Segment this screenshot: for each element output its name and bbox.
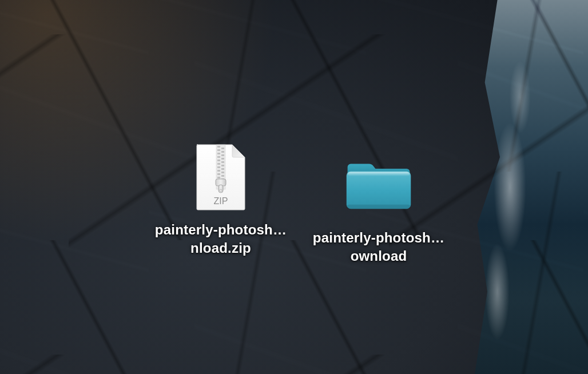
svg-rect-12	[221, 151, 224, 153]
svg-rect-10	[217, 177, 220, 178]
svg-rect-25	[348, 172, 410, 177]
svg-rect-8	[217, 170, 220, 172]
svg-rect-13	[221, 154, 224, 156]
svg-rect-2	[217, 149, 220, 151]
svg-rect-3	[217, 153, 220, 154]
svg-rect-24	[347, 172, 411, 209]
desktop-item-folder[interactable]: painterly-photosh…ownload	[304, 151, 453, 266]
zip-archive-icon: ZIP	[186, 143, 255, 212]
svg-rect-18	[221, 172, 224, 173]
svg-rect-26	[347, 205, 411, 209]
desktop-item-label: painterly-photosh…ownload	[304, 229, 453, 266]
desktop-item-label: painterly-photosh…nload.zip	[146, 221, 295, 258]
svg-rect-16	[221, 165, 224, 166]
svg-rect-14	[221, 158, 224, 160]
svg-rect-4	[217, 156, 220, 158]
svg-rect-7	[217, 166, 220, 168]
desktop-item-zip[interactable]: ZIP painterly-photosh…nload.zip	[146, 143, 295, 258]
svg-rect-1	[217, 146, 220, 148]
svg-rect-5	[217, 160, 220, 161]
svg-rect-15	[221, 161, 224, 163]
desktop-area[interactable]: ZIP painterly-photosh…nload.zip	[0, 0, 588, 374]
svg-rect-11	[221, 148, 224, 149]
zip-badge-text: ZIP	[214, 196, 228, 206]
svg-rect-6	[217, 163, 220, 165]
folder-icon	[344, 151, 413, 220]
svg-rect-9	[217, 173, 220, 175]
svg-point-23	[220, 189, 222, 192]
svg-rect-17	[221, 168, 224, 170]
svg-rect-19	[221, 175, 224, 177]
